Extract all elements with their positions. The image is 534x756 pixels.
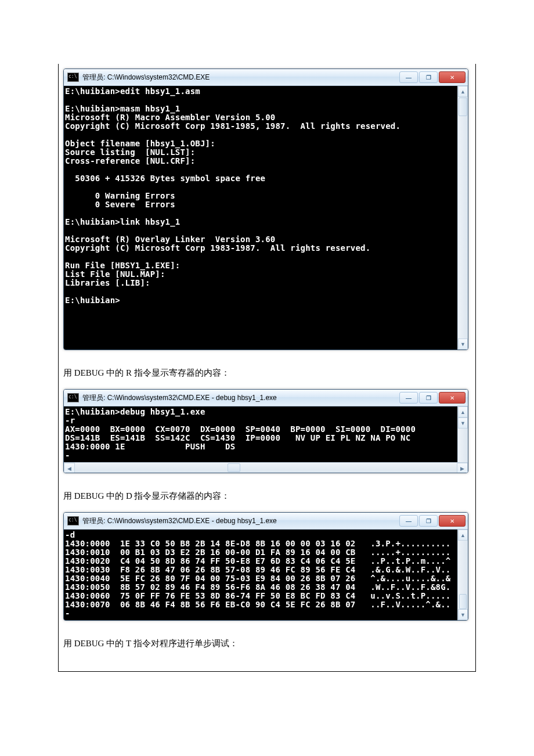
titlebar-1[interactable]: 管理员: C:\Windows\system32\CMD.EXE — ❐ ✕ — [64, 69, 468, 86]
window-title: 管理员: C:\Windows\system32\CMD.EXE - debug… — [82, 516, 399, 526]
cmd-window-2: 管理员: C:\Windows\system32\CMD.EXE - debug… — [63, 389, 468, 473]
vertical-scrollbar[interactable]: ▲ ▼ — [457, 86, 468, 350]
cmd-window-3: 管理员: C:\Windows\system32\CMD.EXE - debug… — [63, 512, 468, 621]
titlebar-2[interactable]: 管理员: C:\Windows\system32\CMD.EXE - debug… — [64, 390, 468, 406]
maximize-button[interactable]: ❐ — [419, 392, 438, 404]
console-output[interactable]: -d 1430:0000 1E 33 C0 50 B8 2B 14 8E-D8 … — [64, 530, 457, 620]
console-output[interactable]: E:\huibian>edit hbsy1_1.asm E:\huibian>m… — [64, 86, 457, 350]
window-title: 管理员: C:\Windows\system32\CMD.EXE - debug… — [82, 393, 399, 403]
console-output[interactable]: E:\huibian>debug hbsy1_1.exe -r AX=0000 … — [64, 406, 457, 462]
close-button[interactable]: ✕ — [439, 392, 466, 404]
scroll-down-icon[interactable]: ▼ — [458, 609, 468, 620]
cmd-icon — [67, 393, 79, 402]
cmd-window-1: 管理员: C:\Windows\system32\CMD.EXE — ❐ ✕ E… — [63, 69, 468, 350]
scroll-down-icon[interactable]: ▼ — [458, 417, 468, 429]
scroll-up-icon[interactable]: ▲ — [458, 406, 468, 417]
scroll-right-icon[interactable]: ▶ — [457, 463, 468, 473]
vertical-scrollbar[interactable]: ▲ ▼ — [457, 530, 468, 620]
caption-t: 用 DEBUG 中的 T 指令对程序进行单步调试： — [63, 638, 471, 649]
maximize-button[interactable]: ❐ — [419, 71, 438, 83]
titlebar-3[interactable]: 管理员: C:\Windows\system32\CMD.EXE - debug… — [64, 513, 468, 530]
minimize-button[interactable]: — — [399, 71, 418, 83]
scroll-left-icon[interactable]: ◀ — [64, 463, 75, 473]
scroll-thumb[interactable] — [459, 594, 467, 609]
horizontal-scrollbar[interactable]: ◀ ▶ — [64, 462, 468, 473]
caption-r: 用 DEBUG 中的 R 指令显示寄存器的内容： — [63, 368, 471, 379]
document-frame: 管理员: C:\Windows\system32\CMD.EXE — ❐ ✕ E… — [58, 64, 476, 672]
cmd-icon — [67, 73, 79, 82]
cmd-icon — [67, 516, 79, 525]
close-button[interactable]: ✕ — [439, 71, 466, 83]
window-title: 管理员: C:\Windows\system32\CMD.EXE — [82, 73, 399, 82]
scroll-up-icon[interactable]: ▲ — [458, 530, 468, 541]
vertical-scrollbar[interactable]: ▲ ▼ — [457, 406, 468, 462]
hscroll-thumb[interactable] — [228, 463, 240, 472]
close-button[interactable]: ✕ — [439, 515, 466, 527]
minimize-button[interactable]: — — [399, 392, 418, 404]
caption-d: 用 DEBUG 中的 D 指令显示存储器的内容： — [63, 491, 471, 502]
scroll-thumb[interactable] — [459, 98, 467, 116]
minimize-button[interactable]: — — [399, 515, 418, 527]
scroll-up-icon[interactable]: ▲ — [458, 86, 468, 97]
maximize-button[interactable]: ❐ — [419, 515, 438, 527]
scroll-down-icon[interactable]: ▼ — [458, 339, 468, 350]
